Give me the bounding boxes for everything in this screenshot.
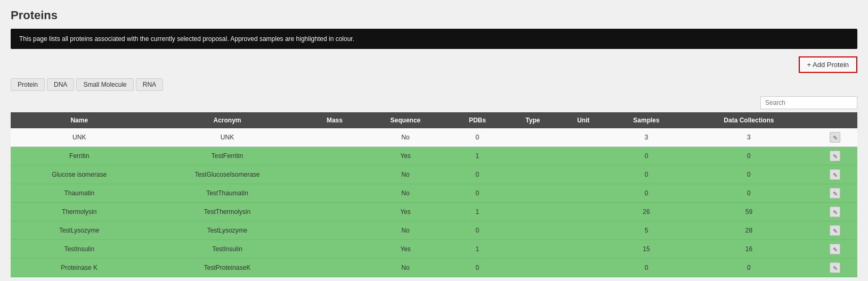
table-cell: 5 <box>607 221 685 240</box>
table-cell <box>307 128 363 147</box>
page-title: Proteins <box>11 9 857 22</box>
table-cell <box>507 184 559 203</box>
table-column-header <box>813 112 857 128</box>
table-cell <box>307 259 363 277</box>
table-cell <box>559 203 607 221</box>
table-cell: 15 <box>607 240 685 259</box>
table-cell <box>307 166 363 184</box>
table-cell <box>559 128 607 147</box>
edit-icon[interactable]: ✎ <box>830 188 840 199</box>
table-column-header: Unit <box>559 112 607 128</box>
table-column-header: Name <box>11 112 148 128</box>
table-action-cell: ✎ <box>813 128 857 147</box>
table-action-cell: ✎ <box>813 259 857 277</box>
filter-tab-rna[interactable]: RNA <box>136 78 163 91</box>
table-cell: Thermolysin <box>11 203 148 221</box>
table-cell: 59 <box>685 203 813 221</box>
table-cell <box>559 221 607 240</box>
table-cell: TestGlucoseIsomerase <box>148 166 306 184</box>
table-column-header: Samples <box>607 112 685 128</box>
table-cell <box>507 166 559 184</box>
table-cell: 26 <box>607 203 685 221</box>
table-cell: 0 <box>607 166 685 184</box>
table-cell: 0 <box>607 184 685 203</box>
filter-tab-protein[interactable]: Protein <box>11 78 45 91</box>
table-cell: No <box>362 184 448 203</box>
table-cell: TestLysozyme <box>11 221 148 240</box>
table-action-cell: ✎ <box>813 184 857 203</box>
table-action-cell: ✎ <box>813 240 857 259</box>
table-cell <box>307 240 363 259</box>
table-cell: No <box>362 259 448 277</box>
table-cell <box>559 184 607 203</box>
table-action-cell: ✎ <box>813 147 857 166</box>
table-cell: No <box>362 166 448 184</box>
info-banner: This page lists all proteins associated … <box>11 29 857 49</box>
filter-tab-dna[interactable]: DNA <box>47 78 74 91</box>
table-column-header: Mass <box>307 112 363 128</box>
table-cell: 28 <box>685 221 813 240</box>
table-cell: 0 <box>607 259 685 277</box>
edit-icon[interactable]: ✎ <box>830 225 840 236</box>
table-cell: TestLysozyme <box>148 221 306 240</box>
table-column-header: Type <box>507 112 559 128</box>
table-cell: 0 <box>685 259 813 277</box>
filter-tabs: ProteinDNASmall MoleculeRNA <box>11 78 857 91</box>
table-action-cell: ✎ <box>813 203 857 221</box>
table-cell <box>307 147 363 166</box>
table-cell: No <box>362 128 448 147</box>
table-cell <box>559 240 607 259</box>
edit-icon[interactable]: ✎ <box>830 262 840 273</box>
table-cell: 0 <box>448 128 506 147</box>
edit-icon[interactable]: ✎ <box>830 169 840 180</box>
table-cell <box>507 128 559 147</box>
table-cell: Thaumatin <box>11 184 148 203</box>
table-cell: TestInsulin <box>11 240 148 259</box>
table-cell: Yes <box>362 203 448 221</box>
table-row: FerritinTestFerritinYes100✎ <box>11 147 857 166</box>
table-cell <box>307 221 363 240</box>
edit-icon[interactable]: ✎ <box>830 206 840 217</box>
table-cell: TestFerritin <box>148 147 306 166</box>
table-row: TestLysozymeTestLysozymeNo0528✎ <box>11 221 857 240</box>
table-cell: UNK <box>148 128 306 147</box>
table-cell <box>507 147 559 166</box>
table-column-header: PDBs <box>448 112 506 128</box>
table-row: ThaumatinTestThaumatinNo000✎ <box>11 184 857 203</box>
table-cell: 0 <box>685 147 813 166</box>
table-cell <box>559 147 607 166</box>
table-body: UNKUNKNo033✎FerritinTestFerritinYes100✎G… <box>11 128 857 277</box>
table-cell: 3 <box>607 128 685 147</box>
table-cell: 1 <box>448 147 506 166</box>
table-cell: 1 <box>448 240 506 259</box>
search-input[interactable] <box>760 96 857 109</box>
table-cell: 1 <box>448 203 506 221</box>
edit-icon[interactable]: ✎ <box>830 151 840 161</box>
table-cell: 0 <box>685 166 813 184</box>
page-wrapper: Proteins This page lists all proteins as… <box>0 0 868 281</box>
table-cell: Yes <box>362 147 448 166</box>
table-cell <box>559 166 607 184</box>
filter-tab-small-molecule[interactable]: Small Molecule <box>76 78 133 91</box>
table-column-header: Acronym <box>148 112 306 128</box>
edit-icon[interactable]: ✎ <box>830 132 840 143</box>
table-cell: 0 <box>448 259 506 277</box>
table-header: NameAcronymMassSequencePDBsTypeUnitSampl… <box>11 112 857 128</box>
top-bar: + Add Protein <box>11 56 857 73</box>
table-cell: TestThaumatin <box>148 184 306 203</box>
proteins-table: NameAcronymMassSequencePDBsTypeUnitSampl… <box>11 112 857 277</box>
table-cell <box>507 240 559 259</box>
edit-icon[interactable]: ✎ <box>830 244 840 254</box>
table-cell: 3 <box>685 128 813 147</box>
table-action-cell: ✎ <box>813 166 857 184</box>
table-cell: 0 <box>607 147 685 166</box>
add-protein-button[interactable]: + Add Protein <box>799 56 857 73</box>
table-cell: UNK <box>11 128 148 147</box>
table-cell <box>307 203 363 221</box>
table-cell: TestProteinaseK <box>148 259 306 277</box>
table-cell: 16 <box>685 240 813 259</box>
table-row: Glucose isomeraseTestGlucoseIsomeraseNo0… <box>11 166 857 184</box>
table-cell <box>507 221 559 240</box>
table-cell: No <box>362 221 448 240</box>
table-column-header: Data Collections <box>685 112 813 128</box>
